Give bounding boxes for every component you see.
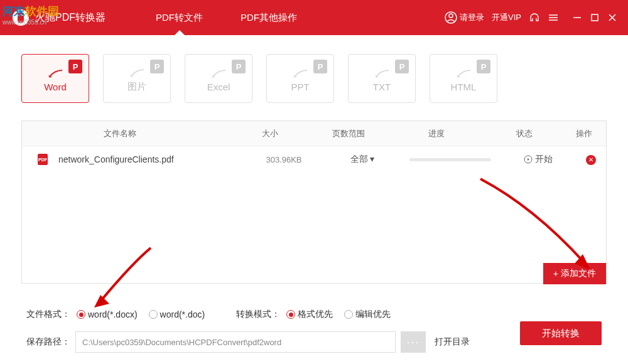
th-action: 操作	[562, 128, 606, 139]
format-label: TXT	[373, 82, 391, 92]
swoosh-icon	[127, 68, 146, 78]
add-file-button[interactable]: + 添加文件	[543, 263, 606, 284]
table-header: 文件名称 大小 页数范围 进度 状态 操作	[22, 121, 606, 146]
delete-row-button[interactable]: ✕	[586, 155, 596, 165]
watermark-title: 河东软件园	[3, 4, 59, 19]
format-card-txt[interactable]: P TXT	[348, 54, 416, 103]
start-row-button[interactable]: 开始	[501, 154, 576, 165]
progress-cell	[400, 158, 501, 161]
vip-button[interactable]: 开通VIP	[492, 12, 521, 23]
window-controls	[573, 13, 617, 22]
pdf-file-icon: PDF	[36, 153, 50, 166]
radio-format-priority[interactable]: 格式优先	[286, 309, 333, 320]
radio-edit-priority[interactable]: 编辑优先	[344, 309, 391, 320]
close-icon[interactable]	[608, 13, 617, 22]
header-tabs: PDF转文件 PDF其他操作	[137, 0, 316, 35]
action-cell: ✕	[576, 154, 606, 165]
plus-icon: +	[553, 269, 558, 279]
browse-button[interactable]: ···	[401, 331, 426, 353]
format-badge: P	[313, 60, 327, 73]
format-badge: P	[477, 60, 490, 73]
th-status: 状态	[487, 128, 562, 139]
radio-dot-icon	[149, 310, 158, 319]
page-range-dropdown[interactable]: 全部 ▾	[325, 154, 400, 165]
format-cards: P Word P 图片 P Excel P PPT P TXT P HTML	[0, 35, 628, 115]
table-row: PDF network_ConfigureClients.pdf 303.96K…	[22, 146, 606, 173]
maximize-icon[interactable]	[590, 13, 599, 22]
login-button[interactable]: 请登录	[445, 11, 484, 24]
format-label: PPT	[291, 82, 309, 92]
open-dir-link[interactable]: 打开目录	[435, 336, 470, 348]
format-label: 图片	[127, 81, 146, 93]
format-badge: P	[150, 60, 164, 73]
th-size: 大小	[229, 128, 311, 139]
user-icon	[445, 11, 457, 24]
mode-label: 转换模式：	[236, 309, 280, 320]
swoosh-icon	[291, 69, 310, 79]
format-card-word[interactable]: P Word	[21, 54, 89, 103]
svg-text:PDF: PDF	[38, 158, 48, 162]
th-range: 页数范围	[311, 128, 386, 139]
save-path-input[interactable]	[75, 331, 396, 353]
format-badge: P	[232, 60, 246, 73]
play-icon	[524, 155, 533, 164]
file-size: 303.96KB	[243, 155, 325, 164]
progress-bar	[409, 158, 491, 161]
format-card-ppt[interactable]: P PPT	[266, 54, 334, 103]
tab-pdf-to-file[interactable]: PDF转文件	[137, 0, 222, 35]
header-right: 请登录 开通VIP	[445, 11, 617, 24]
radio-dot-icon	[77, 310, 85, 319]
format-label: 文件格式：	[26, 309, 70, 320]
radio-doc[interactable]: word(*.doc)	[149, 309, 205, 319]
file-name: network_ConfigureClients.pdf	[50, 154, 243, 164]
swoosh-icon	[372, 69, 391, 79]
start-convert-button[interactable]: 开始转换	[520, 321, 602, 345]
option-row-format: 文件格式： word(*.docx) word(*.doc) 转换模式： 格式优…	[26, 309, 602, 320]
format-label: Excel	[207, 82, 230, 92]
path-row: 保存路径： ··· 打开目录	[26, 331, 602, 353]
file-table: 文件名称 大小 页数范围 进度 状态 操作 PDF network_Config…	[21, 120, 607, 284]
minimize-icon[interactable]	[573, 13, 582, 22]
svg-rect-7	[592, 14, 598, 21]
th-name: 文件名称	[22, 128, 229, 139]
radio-dot-icon	[344, 310, 353, 319]
th-progress: 进度	[386, 128, 487, 139]
swoosh-icon	[454, 69, 473, 79]
headphone-icon[interactable]	[529, 12, 540, 23]
chevron-down-icon: ▾	[368, 154, 375, 164]
format-label: HTML	[451, 82, 477, 92]
app-header: 火驰PDF转换器 PDF转文件 PDF其他操作 请登录 开通VIP	[0, 0, 628, 35]
tab-pdf-other[interactable]: PDF其他操作	[222, 0, 316, 35]
svg-point-2	[449, 14, 453, 18]
mode-radio-group: 格式优先 编辑优先	[286, 309, 391, 320]
radio-docx[interactable]: word(*.docx)	[77, 309, 138, 319]
menu-icon[interactable]	[548, 12, 559, 23]
radio-dot-icon	[286, 310, 295, 319]
swoosh-icon	[46, 69, 65, 79]
format-card-html[interactable]: P HTML	[430, 54, 497, 103]
path-label: 保存路径：	[26, 336, 70, 348]
format-badge: P	[68, 60, 82, 73]
watermark-url: www.pc0359.cn	[3, 19, 59, 26]
format-label: Word	[44, 82, 67, 92]
swoosh-icon	[209, 69, 228, 79]
format-badge: P	[395, 60, 409, 73]
watermark: 河东软件园 www.pc0359.cn	[3, 4, 59, 26]
format-card-image[interactable]: P 图片	[103, 54, 171, 103]
format-card-excel[interactable]: P Excel	[185, 54, 252, 103]
format-radio-group: word(*.docx) word(*.doc)	[77, 309, 205, 319]
